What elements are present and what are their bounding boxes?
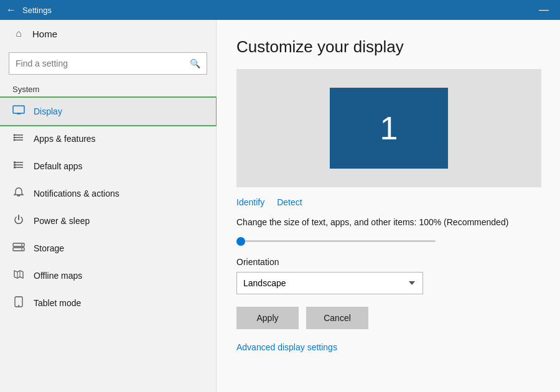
nav-item-apps-features[interactable]: Apps & features bbox=[0, 125, 216, 152]
nav-label-default-apps: Default apps bbox=[34, 161, 83, 171]
nav-item-tablet-mode[interactable]: Tablet mode bbox=[0, 289, 216, 317]
title-bar: ← Settings — bbox=[0, 0, 560, 20]
nav-label-notifications: Notifications & actions bbox=[34, 189, 119, 198]
detect-link[interactable]: Detect bbox=[277, 197, 302, 207]
svg-rect-13 bbox=[14, 164, 16, 166]
svg-rect-16 bbox=[13, 248, 24, 251]
svg-rect-12 bbox=[14, 162, 16, 164]
scale-label: Change the size of text, apps, and other… bbox=[236, 217, 540, 227]
svg-rect-0 bbox=[13, 106, 24, 113]
home-label: Home bbox=[32, 29, 57, 39]
nav-items: Display Apps & features bbox=[0, 98, 216, 317]
advanced-display-settings-link[interactable]: Advanced display settings bbox=[236, 342, 337, 352]
system-label: System bbox=[0, 82, 216, 98]
svg-point-22 bbox=[18, 305, 19, 306]
search-input[interactable] bbox=[16, 58, 185, 68]
nav-label-tablet-mode: Tablet mode bbox=[34, 298, 81, 308]
main-container: ⌂ Home 🔍 System Display bbox=[0, 20, 560, 392]
search-container: 🔍 bbox=[0, 47, 216, 82]
orientation-label: Orientation bbox=[236, 257, 540, 267]
notifications-icon bbox=[12, 187, 25, 200]
storage-icon bbox=[12, 242, 25, 254]
svg-rect-15 bbox=[13, 243, 24, 246]
slider-container bbox=[236, 233, 436, 245]
page-title: Customize your display bbox=[236, 37, 540, 57]
buttons-row: Apply Cancel bbox=[236, 307, 540, 329]
nav-label-power-sleep: Power & sleep bbox=[34, 216, 90, 226]
apply-button[interactable]: Apply bbox=[236, 307, 299, 329]
title-bar-left: ← Settings bbox=[6, 4, 52, 16]
scale-slider[interactable] bbox=[236, 240, 436, 242]
offline-maps-icon bbox=[12, 269, 25, 282]
svg-point-6 bbox=[14, 134, 16, 136]
nav-item-power-sleep[interactable]: Power & sleep bbox=[0, 207, 216, 235]
search-box: 🔍 bbox=[9, 52, 207, 75]
display-links: Identify Detect bbox=[236, 197, 540, 207]
nav-item-notifications[interactable]: Notifications & actions bbox=[0, 180, 216, 207]
display-monitor: 1 bbox=[330, 88, 448, 169]
nav-item-storage[interactable]: Storage bbox=[0, 235, 216, 262]
nav-label-offline-maps: Offline maps bbox=[34, 271, 82, 281]
orientation-select[interactable]: Landscape Portrait Landscape (flipped) P… bbox=[236, 272, 423, 294]
minimize-button[interactable]: — bbox=[534, 4, 554, 16]
svg-point-7 bbox=[14, 137, 16, 139]
home-icon: ⌂ bbox=[12, 28, 25, 39]
nav-item-offline-maps[interactable]: Offline maps bbox=[0, 262, 216, 289]
svg-rect-14 bbox=[14, 167, 16, 169]
nav-item-display[interactable]: Display bbox=[0, 98, 216, 125]
nav-label-display: Display bbox=[34, 106, 62, 116]
home-nav-item[interactable]: ⌂ Home bbox=[0, 20, 216, 47]
nav-item-default-apps[interactable]: Default apps bbox=[0, 152, 216, 180]
apps-icon bbox=[12, 133, 25, 145]
back-button[interactable]: ← bbox=[6, 4, 16, 16]
nav-label-apps-features: Apps & features bbox=[34, 134, 96, 144]
identify-link[interactable]: Identify bbox=[236, 197, 264, 207]
svg-point-8 bbox=[14, 139, 16, 141]
content-area: Customize your display 1 Identify Detect… bbox=[217, 20, 560, 392]
nav-label-storage: Storage bbox=[34, 243, 64, 253]
display-preview-container: 1 bbox=[236, 69, 541, 187]
monitor-number: 1 bbox=[380, 110, 398, 147]
display-icon bbox=[12, 105, 25, 118]
svg-point-17 bbox=[21, 245, 22, 246]
tablet-mode-icon bbox=[12, 296, 25, 310]
svg-point-18 bbox=[21, 249, 22, 250]
search-icon: 🔍 bbox=[190, 58, 200, 68]
power-icon bbox=[12, 214, 25, 228]
default-apps-icon bbox=[12, 160, 25, 172]
title-bar-title: Settings bbox=[22, 6, 52, 15]
cancel-button[interactable]: Cancel bbox=[306, 307, 368, 329]
sidebar: ⌂ Home 🔍 System Display bbox=[0, 20, 217, 392]
